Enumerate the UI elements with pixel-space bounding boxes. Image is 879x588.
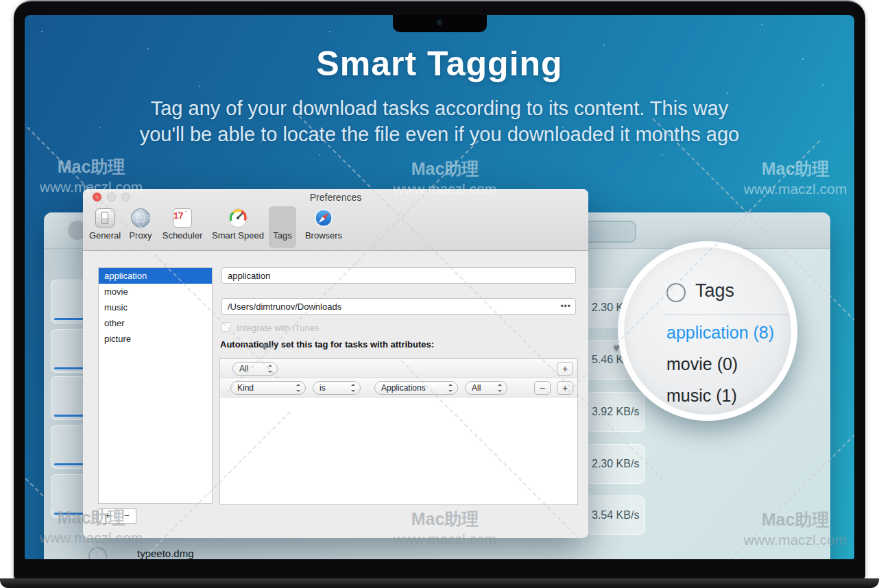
rule-field-select[interactable]: Kind bbox=[230, 381, 306, 395]
divider bbox=[662, 315, 788, 315]
rules-label: Automatically set this tag for tasks wit… bbox=[220, 339, 434, 350]
download-speed: 3.54 KB/s bbox=[592, 509, 639, 522]
rules-match-row: All + bbox=[220, 359, 577, 378]
page-subtitle-line2: you'll be able to locate the file even i… bbox=[25, 123, 854, 146]
tag-icon bbox=[272, 208, 293, 228]
itunes-checkbox-row: Integrate with iTunes bbox=[221, 321, 319, 332]
magnifier-tag-movie: movie (0) bbox=[666, 354, 738, 374]
chevron-updown-icon bbox=[448, 384, 453, 392]
laptop-screen: Smart Tagging Tag any of your download t… bbox=[25, 15, 854, 559]
browse-folder-button[interactable]: ••• bbox=[560, 302, 571, 311]
speedometer-icon bbox=[228, 208, 248, 228]
preferences-dialog: Preferences General Proxy 17 Schedu bbox=[83, 189, 588, 538]
file-name: typeeto.dmg bbox=[137, 548, 194, 559]
radio-circle-icon bbox=[666, 283, 686, 302]
magnifier-tag-application: application (8) bbox=[666, 323, 774, 343]
page-title: Smart Tagging bbox=[25, 44, 854, 84]
laptop-camera bbox=[437, 20, 442, 25]
folder-path-field[interactable]: /Users/dimtrunov/Downloads ••• bbox=[221, 298, 576, 315]
calendar-icon: 17 bbox=[172, 208, 193, 228]
dialog-title: Preferences bbox=[83, 192, 588, 203]
add-tag-button[interactable]: + bbox=[99, 509, 117, 523]
tab-browsers[interactable]: Browsers bbox=[302, 206, 346, 248]
rule-scope-select[interactable]: All bbox=[465, 381, 507, 395]
itunes-checkbox-label: Integrate with iTunes bbox=[237, 323, 319, 333]
magnifier-tag-music: music (1) bbox=[666, 386, 737, 406]
magnifier-bubble: Tags application (8) movie (0) music (1) bbox=[618, 241, 797, 421]
globe-icon bbox=[130, 208, 151, 228]
rule-operator-select[interactable]: is bbox=[313, 381, 361, 395]
magnifier-header: Tags bbox=[695, 280, 734, 302]
tag-list: application movie music other picture bbox=[98, 267, 213, 504]
page-subtitle-line1: Tag any of your download tasks according… bbox=[25, 97, 854, 120]
chevron-updown-icon bbox=[351, 384, 356, 392]
chevron-updown-icon bbox=[498, 384, 503, 392]
remove-rule-button[interactable]: − bbox=[534, 381, 551, 395]
laptop-base bbox=[0, 578, 879, 588]
tag-list-add-remove: + − bbox=[98, 509, 136, 524]
tag-list-item-movie[interactable]: movie bbox=[99, 284, 212, 299]
compass-icon bbox=[313, 208, 334, 228]
add-rule-button[interactable]: + bbox=[557, 362, 573, 376]
rule-value-select[interactable]: Applications bbox=[374, 381, 458, 395]
tag-list-item-other[interactable]: other bbox=[99, 315, 212, 331]
tag-list-item-picture[interactable]: picture bbox=[99, 331, 212, 347]
tab-general[interactable]: General bbox=[89, 206, 121, 248]
tag-list-item-music[interactable]: music bbox=[99, 299, 212, 315]
download-speed: 2.30 KB/s bbox=[592, 458, 639, 470]
dialog-titlebar: Preferences General Proxy 17 Schedu bbox=[83, 189, 588, 251]
tab-smart-speed[interactable]: Smart Speed bbox=[210, 206, 265, 248]
tab-scheduler[interactable]: 17 Scheduler bbox=[160, 206, 205, 248]
tab-tags-selected[interactable]: Tags bbox=[269, 206, 296, 248]
tag-name-field[interactable]: application bbox=[221, 267, 576, 284]
rules-condition-row: Kind is Applications All − + bbox=[220, 378, 577, 397]
tag-list-item-application[interactable]: application bbox=[99, 268, 212, 284]
chevron-updown-icon bbox=[296, 384, 301, 392]
remove-tag-button[interactable]: − bbox=[117, 509, 136, 523]
